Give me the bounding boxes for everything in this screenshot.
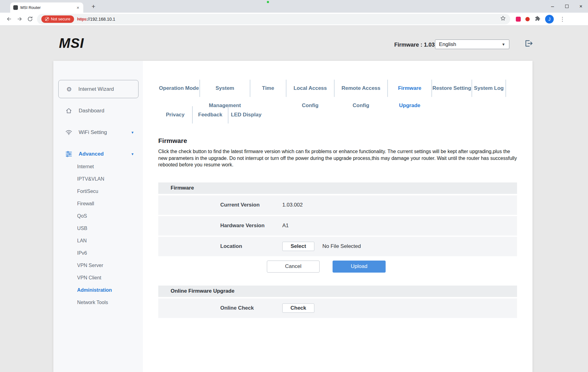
hardware-version-row: Hardware Version A1: [158, 216, 517, 236]
not-secure-badge[interactable]: Not secure: [41, 15, 74, 23]
firmware-description: Click the check button to find the lates…: [158, 148, 517, 168]
dropdown-caret-icon: ▼: [502, 42, 505, 47]
current-version-label: Current Version: [220, 202, 282, 208]
tab-operation-mode[interactable]: Operation Mode: [158, 80, 200, 97]
browser-tab[interactable]: MSI Router ×: [10, 2, 83, 13]
star-icon: [500, 15, 506, 21]
address-bar[interactable]: Not secure https://192.168.10.1: [37, 14, 510, 24]
admin-tabs-row1: Operation Mode System Management Time Lo…: [158, 80, 532, 97]
browser-toolbar: Not secure https://192.168.10.1 J ⋮: [0, 13, 588, 26]
sidebar-item-internet-wizard[interactable]: ⚙ Internet Wizard: [58, 80, 139, 98]
advanced-submenu: Internet IPTV&VLAN FortiSecu Firewall Qo…: [53, 161, 143, 309]
reload-icon: [27, 16, 33, 22]
tab-local-access-config[interactable]: Local Access Config: [286, 80, 334, 97]
reload-button[interactable]: [25, 14, 35, 24]
sidebar-item-administration[interactable]: Administration: [53, 284, 143, 296]
not-secure-label: Not secure: [51, 17, 70, 21]
wifi-icon: [65, 130, 72, 135]
language-select[interactable]: English ▼: [435, 40, 509, 49]
tab-firmware-upgrade[interactable]: Firmware Upgrade: [388, 80, 432, 97]
logout-icon: [524, 40, 533, 47]
back-button[interactable]: [4, 14, 14, 24]
internet-wizard-label: Internet Wizard: [78, 86, 114, 92]
window-maximize-button[interactable]: [560, 0, 574, 13]
no-file-selected-text: No File Selected: [322, 243, 361, 249]
advanced-label: Advanced: [79, 151, 104, 157]
window-controls: – ×: [545, 0, 588, 13]
dashboard-label: Dashboard: [79, 108, 104, 114]
admin-tabs-row2: Privacy Feedback LED Display: [158, 106, 532, 123]
page-title: Firmware: [158, 137, 517, 144]
hardware-version-label: Hardware Version: [220, 223, 282, 229]
recording-indicator-dot: [267, 1, 269, 3]
tab-close-icon[interactable]: ×: [76, 5, 80, 10]
upload-button[interactable]: Upload: [333, 261, 386, 273]
sidebar-item-vpn-server[interactable]: VPN Server: [53, 259, 143, 272]
chevron-down-icon: ▼: [131, 131, 134, 134]
tab-remote-access-config[interactable]: Remote Access Config: [334, 80, 388, 97]
sidebar-item-lan[interactable]: LAN: [53, 235, 143, 247]
tab-title: MSI Router: [20, 5, 73, 10]
tab-system-log[interactable]: System Log: [472, 80, 506, 97]
sidebar-item-iptv-vlan[interactable]: IPTV&VLAN: [53, 173, 143, 185]
router-page: MSI Firmware : 1.03 English ▼ ⚙ Internet…: [0, 26, 588, 372]
extension-pink-icon[interactable]: [516, 17, 521, 22]
sidebar-item-vpn-client[interactable]: VPN Client: [53, 272, 143, 284]
sidebar-item-usb[interactable]: USB: [53, 222, 143, 235]
cancel-button[interactable]: Cancel: [267, 261, 320, 273]
sidebar: ⚙ Internet Wizard Dashboard WiFi Setting…: [53, 61, 143, 372]
profile-avatar[interactable]: J: [545, 15, 554, 23]
select-file-button[interactable]: Select: [282, 242, 314, 251]
sidebar-item-firewall[interactable]: Firewall: [53, 198, 143, 210]
wifi-setting-label: WiFi Setting: [79, 129, 107, 136]
online-upgrade-section-header: Online Firmware Upgrade: [158, 286, 517, 297]
hardware-version-value: A1: [282, 223, 289, 229]
current-version-value: 1.03.002: [282, 202, 303, 208]
current-version-row: Current Version 1.03.002: [158, 195, 517, 215]
online-check-label: Online Check: [220, 305, 282, 311]
sidebar-item-fortisecu[interactable]: FortiSecu: [53, 185, 143, 198]
tab-privacy[interactable]: Privacy: [158, 106, 193, 123]
msi-logo: MSI: [59, 36, 84, 51]
home-icon: [65, 108, 72, 114]
logout-button[interactable]: [524, 40, 533, 48]
online-check-row: Online Check Check: [158, 299, 517, 318]
url-text: https://192.168.10.1: [77, 17, 115, 22]
toolbar-right-cluster: J ⋮: [516, 15, 566, 23]
location-label: Location: [220, 243, 282, 249]
tab-feedback[interactable]: Feedback: [193, 106, 228, 123]
firmware-section-header: Firmware: [158, 182, 517, 194]
online-check-button[interactable]: Check: [282, 303, 314, 313]
tab-system-management[interactable]: System Management: [200, 80, 250, 97]
sidebar-item-network-tools[interactable]: Network Tools: [53, 296, 143, 309]
main-content: Operation Mode System Management Time Lo…: [143, 61, 532, 372]
sidebar-item-ipv6[interactable]: IPv6: [53, 247, 143, 259]
tab-led-display[interactable]: LED Display: [228, 106, 264, 123]
sidebar-item-internet[interactable]: Internet: [53, 161, 143, 173]
new-tab-button[interactable]: +: [89, 2, 98, 11]
sidebar-item-qos[interactable]: QoS: [53, 210, 143, 222]
bookmark-button[interactable]: [500, 15, 506, 23]
forward-icon: [17, 16, 23, 22]
forward-button[interactable]: [14, 14, 25, 24]
tab-restore-setting[interactable]: Restore Setting: [432, 80, 472, 97]
chevron-down-icon: ▼: [131, 152, 134, 156]
not-secure-icon: [45, 17, 49, 21]
extension-red-icon[interactable]: [525, 17, 530, 21]
firmware-actions: Cancel Upload: [147, 261, 506, 273]
browser-menu-button[interactable]: ⋮: [558, 16, 566, 23]
tab-favicon: [13, 5, 18, 10]
browser-tab-strip: MSI Router × + – ×: [0, 0, 588, 13]
maximize-icon: [565, 5, 569, 8]
sidebar-item-wifi-setting[interactable]: WiFi Setting ▼: [53, 123, 143, 142]
sidebar-item-dashboard[interactable]: Dashboard: [53, 102, 143, 120]
main-card: ⚙ Internet Wizard Dashboard WiFi Setting…: [53, 61, 532, 372]
window-minimize-button[interactable]: –: [545, 0, 560, 13]
extensions-button[interactable]: [534, 15, 540, 23]
location-row: Location Select No File Selected: [158, 237, 517, 256]
tab-time[interactable]: Time: [250, 80, 286, 97]
language-value: English: [439, 41, 456, 48]
window-close-button[interactable]: ×: [574, 0, 588, 13]
puzzle-icon: [534, 15, 540, 22]
back-icon: [6, 16, 12, 22]
